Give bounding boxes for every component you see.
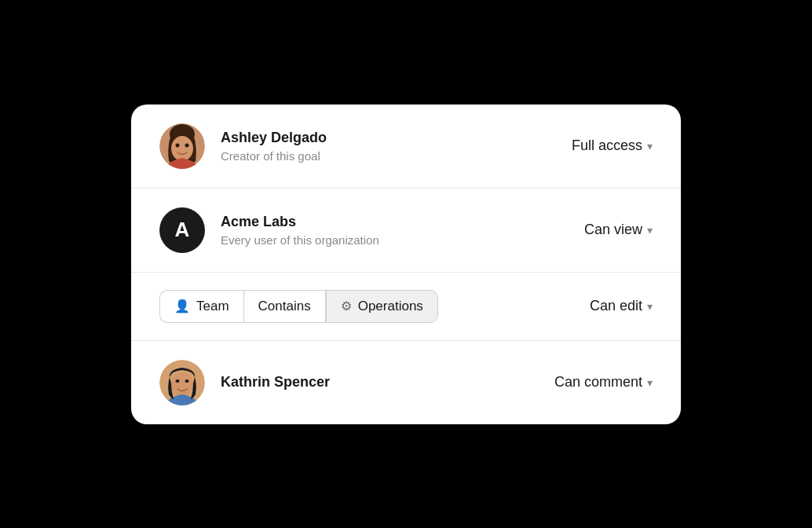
operations-chip-label: Operations [358,299,423,314]
gear-icon: ⚙ [341,299,352,314]
svg-point-2 [171,136,193,161]
permissions-card: Ashley Delgado Creator of this goal Full… [131,104,681,424]
ashley-row: Ashley Delgado Creator of this goal Full… [131,104,681,189]
team-chip[interactable]: 👤 Team [159,290,243,323]
contains-chip-label: Contains [258,299,311,314]
filter-chips-group: 👤 Team Contains ⚙ Operations [159,290,565,323]
ashley-access-label: Full access [572,138,642,154]
acme-access-label: Can view [584,222,642,238]
acme-sub: Every user of this organization [221,233,584,247]
team-chip-label: Team [196,299,229,314]
acme-chevron-icon: ▾ [647,224,653,236]
acme-access-control[interactable]: Can view ▾ [584,222,653,238]
acme-name: Acme Labs [221,213,584,231]
ashley-access-control[interactable]: Full access ▾ [572,138,653,154]
filter-access-label: Can edit [590,298,642,314]
svg-point-3 [176,143,180,147]
ashley-name: Ashley Delgado [221,129,572,147]
kathrin-info: Kathrin Spencer [221,373,554,391]
kathrin-access-label: Can comment [554,374,642,390]
person-icon: 👤 [174,299,190,314]
kathrin-access-control[interactable]: Can comment ▾ [554,374,653,390]
kathrin-avatar [159,360,205,405]
operations-chip[interactable]: ⚙ Operations [326,290,438,323]
acme-info: Acme Labs Every user of this organizatio… [221,213,584,246]
svg-point-7 [176,380,180,383]
acme-row: A Acme Labs Every user of this organizat… [131,189,681,273]
ashley-sub: Creator of this goal [221,149,572,163]
kathrin-row: Kathrin Spencer Can comment ▾ [131,341,681,424]
filter-chevron-icon: ▾ [647,300,653,313]
svg-point-4 [185,143,189,147]
ashley-info: Ashley Delgado Creator of this goal [221,129,572,162]
kathrin-name: Kathrin Spencer [221,373,554,391]
contains-chip[interactable]: Contains [243,290,326,323]
filter-access-control[interactable]: Can edit ▾ [590,298,653,314]
kathrin-chevron-icon: ▾ [647,376,653,389]
filter-row: 👤 Team Contains ⚙ Operations Can edit ▾ [131,273,681,341]
svg-point-8 [185,380,189,383]
ashley-chevron-icon: ▾ [647,140,653,152]
ashley-avatar [159,123,205,169]
acme-avatar: A [159,207,205,253]
svg-point-6 [171,372,193,396]
